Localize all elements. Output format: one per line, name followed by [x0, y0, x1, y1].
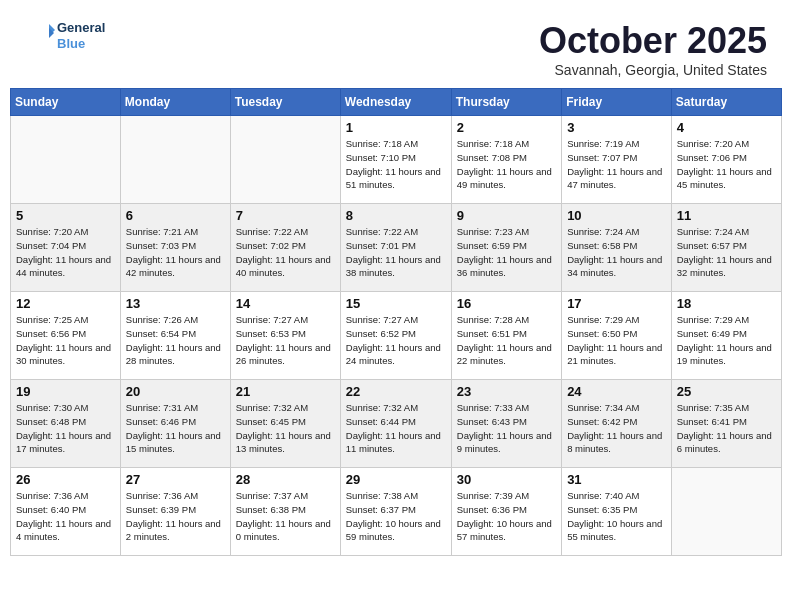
day-info: Sunrise: 7:38 AM Sunset: 6:37 PM Dayligh… — [346, 489, 446, 544]
weekday-header: Thursday — [451, 89, 561, 116]
day-number: 9 — [457, 208, 556, 223]
weekday-header: Wednesday — [340, 89, 451, 116]
day-info: Sunrise: 7:33 AM Sunset: 6:43 PM Dayligh… — [457, 401, 556, 456]
calendar-cell: 1Sunrise: 7:18 AM Sunset: 7:10 PM Daylig… — [340, 116, 451, 204]
svg-rect-0 — [25, 20, 57, 52]
title-block: October 2025 Savannah, Georgia, United S… — [539, 20, 767, 78]
day-info: Sunrise: 7:24 AM Sunset: 6:58 PM Dayligh… — [567, 225, 666, 280]
day-number: 16 — [457, 296, 556, 311]
day-number: 1 — [346, 120, 446, 135]
calendar-cell — [230, 116, 340, 204]
weekday-header: Friday — [562, 89, 672, 116]
logo: General Blue — [25, 20, 105, 52]
day-info: Sunrise: 7:30 AM Sunset: 6:48 PM Dayligh… — [16, 401, 115, 456]
calendar-cell: 18Sunrise: 7:29 AM Sunset: 6:49 PM Dayli… — [671, 292, 781, 380]
day-info: Sunrise: 7:29 AM Sunset: 6:49 PM Dayligh… — [677, 313, 776, 368]
day-info: Sunrise: 7:31 AM Sunset: 6:46 PM Dayligh… — [126, 401, 225, 456]
day-info: Sunrise: 7:20 AM Sunset: 7:06 PM Dayligh… — [677, 137, 776, 192]
day-number: 29 — [346, 472, 446, 487]
day-number: 21 — [236, 384, 335, 399]
calendar-cell: 20Sunrise: 7:31 AM Sunset: 6:46 PM Dayli… — [120, 380, 230, 468]
calendar-cell: 29Sunrise: 7:38 AM Sunset: 6:37 PM Dayli… — [340, 468, 451, 556]
weekday-header: Tuesday — [230, 89, 340, 116]
calendar-cell: 14Sunrise: 7:27 AM Sunset: 6:53 PM Dayli… — [230, 292, 340, 380]
day-info: Sunrise: 7:19 AM Sunset: 7:07 PM Dayligh… — [567, 137, 666, 192]
calendar-cell: 7Sunrise: 7:22 AM Sunset: 7:02 PM Daylig… — [230, 204, 340, 292]
day-number: 10 — [567, 208, 666, 223]
day-info: Sunrise: 7:26 AM Sunset: 6:54 PM Dayligh… — [126, 313, 225, 368]
calendar-cell: 11Sunrise: 7:24 AM Sunset: 6:57 PM Dayli… — [671, 204, 781, 292]
calendar-cell: 12Sunrise: 7:25 AM Sunset: 6:56 PM Dayli… — [11, 292, 121, 380]
day-info: Sunrise: 7:25 AM Sunset: 6:56 PM Dayligh… — [16, 313, 115, 368]
day-info: Sunrise: 7:24 AM Sunset: 6:57 PM Dayligh… — [677, 225, 776, 280]
calendar-cell: 26Sunrise: 7:36 AM Sunset: 6:40 PM Dayli… — [11, 468, 121, 556]
calendar-cell: 22Sunrise: 7:32 AM Sunset: 6:44 PM Dayli… — [340, 380, 451, 468]
calendar-cell: 15Sunrise: 7:27 AM Sunset: 6:52 PM Dayli… — [340, 292, 451, 380]
location-label: Savannah, Georgia, United States — [539, 62, 767, 78]
day-number: 4 — [677, 120, 776, 135]
day-number: 26 — [16, 472, 115, 487]
page-header: General Blue October 2025 Savannah, Geor… — [10, 10, 782, 83]
day-number: 2 — [457, 120, 556, 135]
calendar-cell: 6Sunrise: 7:21 AM Sunset: 7:03 PM Daylig… — [120, 204, 230, 292]
calendar-cell: 16Sunrise: 7:28 AM Sunset: 6:51 PM Dayli… — [451, 292, 561, 380]
weekday-header: Saturday — [671, 89, 781, 116]
day-number: 17 — [567, 296, 666, 311]
month-title: October 2025 — [539, 20, 767, 62]
day-info: Sunrise: 7:32 AM Sunset: 6:45 PM Dayligh… — [236, 401, 335, 456]
day-number: 5 — [16, 208, 115, 223]
day-number: 14 — [236, 296, 335, 311]
logo-line1: General — [57, 20, 105, 36]
day-number: 3 — [567, 120, 666, 135]
day-info: Sunrise: 7:21 AM Sunset: 7:03 PM Dayligh… — [126, 225, 225, 280]
logo-line2: Blue — [57, 36, 105, 52]
day-number: 11 — [677, 208, 776, 223]
day-number: 13 — [126, 296, 225, 311]
calendar-cell: 2Sunrise: 7:18 AM Sunset: 7:08 PM Daylig… — [451, 116, 561, 204]
calendar-cell — [11, 116, 121, 204]
calendar-cell: 5Sunrise: 7:20 AM Sunset: 7:04 PM Daylig… — [11, 204, 121, 292]
day-number: 25 — [677, 384, 776, 399]
day-info: Sunrise: 7:18 AM Sunset: 7:10 PM Dayligh… — [346, 137, 446, 192]
day-number: 23 — [457, 384, 556, 399]
day-number: 18 — [677, 296, 776, 311]
calendar-body: 1Sunrise: 7:18 AM Sunset: 7:10 PM Daylig… — [11, 116, 782, 556]
day-number: 20 — [126, 384, 225, 399]
day-number: 28 — [236, 472, 335, 487]
calendar-cell: 28Sunrise: 7:37 AM Sunset: 6:38 PM Dayli… — [230, 468, 340, 556]
day-number: 24 — [567, 384, 666, 399]
day-number: 31 — [567, 472, 666, 487]
day-info: Sunrise: 7:34 AM Sunset: 6:42 PM Dayligh… — [567, 401, 666, 456]
day-info: Sunrise: 7:22 AM Sunset: 7:01 PM Dayligh… — [346, 225, 446, 280]
calendar-cell: 31Sunrise: 7:40 AM Sunset: 6:35 PM Dayli… — [562, 468, 672, 556]
calendar-cell — [671, 468, 781, 556]
calendar-cell: 21Sunrise: 7:32 AM Sunset: 6:45 PM Dayli… — [230, 380, 340, 468]
calendar-cell: 19Sunrise: 7:30 AM Sunset: 6:48 PM Dayli… — [11, 380, 121, 468]
day-number: 6 — [126, 208, 225, 223]
logo-container: General Blue — [25, 20, 105, 52]
logo-text: General Blue — [57, 20, 105, 51]
weekday-header: Monday — [120, 89, 230, 116]
day-number: 22 — [346, 384, 446, 399]
day-info: Sunrise: 7:29 AM Sunset: 6:50 PM Dayligh… — [567, 313, 666, 368]
logo-graphic — [25, 20, 57, 52]
calendar-cell: 3Sunrise: 7:19 AM Sunset: 7:07 PM Daylig… — [562, 116, 672, 204]
day-info: Sunrise: 7:18 AM Sunset: 7:08 PM Dayligh… — [457, 137, 556, 192]
calendar-cell: 9Sunrise: 7:23 AM Sunset: 6:59 PM Daylig… — [451, 204, 561, 292]
calendar-cell: 30Sunrise: 7:39 AM Sunset: 6:36 PM Dayli… — [451, 468, 561, 556]
calendar-cell: 25Sunrise: 7:35 AM Sunset: 6:41 PM Dayli… — [671, 380, 781, 468]
calendar-cell: 8Sunrise: 7:22 AM Sunset: 7:01 PM Daylig… — [340, 204, 451, 292]
calendar-cell — [120, 116, 230, 204]
day-info: Sunrise: 7:23 AM Sunset: 6:59 PM Dayligh… — [457, 225, 556, 280]
day-info: Sunrise: 7:32 AM Sunset: 6:44 PM Dayligh… — [346, 401, 446, 456]
calendar-cell: 10Sunrise: 7:24 AM Sunset: 6:58 PM Dayli… — [562, 204, 672, 292]
day-info: Sunrise: 7:35 AM Sunset: 6:41 PM Dayligh… — [677, 401, 776, 456]
calendar-table: SundayMondayTuesdayWednesdayThursdayFrid… — [10, 88, 782, 556]
weekday-header: Sunday — [11, 89, 121, 116]
calendar-header: SundayMondayTuesdayWednesdayThursdayFrid… — [11, 89, 782, 116]
day-info: Sunrise: 7:39 AM Sunset: 6:36 PM Dayligh… — [457, 489, 556, 544]
calendar-cell: 4Sunrise: 7:20 AM Sunset: 7:06 PM Daylig… — [671, 116, 781, 204]
calendar-cell: 24Sunrise: 7:34 AM Sunset: 6:42 PM Dayli… — [562, 380, 672, 468]
day-info: Sunrise: 7:20 AM Sunset: 7:04 PM Dayligh… — [16, 225, 115, 280]
day-number: 27 — [126, 472, 225, 487]
